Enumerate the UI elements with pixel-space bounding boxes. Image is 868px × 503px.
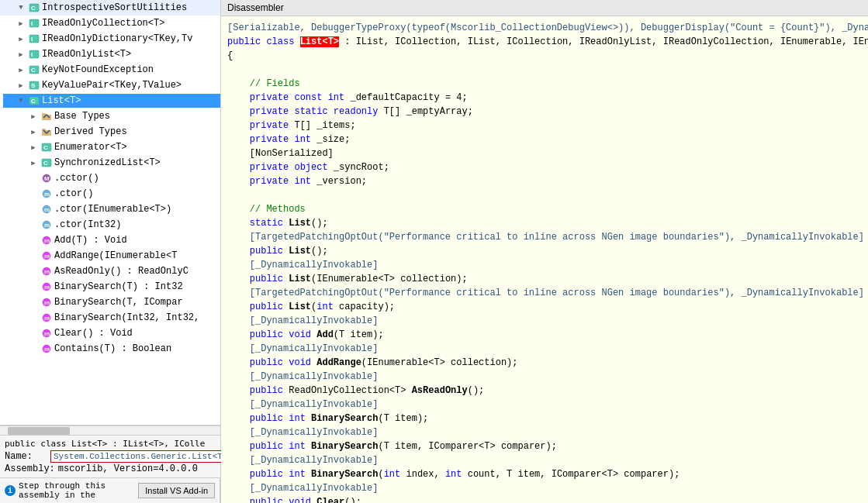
tree-item-keyvaluepair[interactable]: ▶SKeyValuePair<TKey,TValue> (0, 78, 220, 93)
svg-text:C: C (31, 98, 36, 105)
tree-item-text: AsReadOnly() : ReadOnlyC (54, 266, 188, 277)
tree-item-icon-class: C (40, 157, 53, 169)
code-line: // Fields (227, 77, 862, 91)
svg-text:C: C (43, 144, 48, 151)
tree-item-icon-struct: S (28, 79, 40, 91)
tree-item-icon-class: C (28, 2, 40, 14)
svg-text:C: C (31, 67, 36, 74)
code-line: [TargetedPatchingOptOut("Performance cri… (227, 286, 862, 300)
code-line: [NonSerialized] (227, 146, 862, 160)
tree-item-enumerator[interactable]: ▶CEnumerator<T> (0, 140, 220, 155)
collapse-icon[interactable]: ▼ (16, 2, 26, 13)
code-line (227, 188, 862, 202)
code-line: public void AddRange(IEnumerable<T> coll… (227, 356, 862, 370)
code-line: [_DynamicallyInvokable] (227, 370, 862, 384)
svg-text:C: C (43, 160, 48, 167)
tree-item-listT[interactable]: ▼CList<T> (0, 93, 220, 109)
expand-icon[interactable] (28, 328, 39, 339)
expand-icon[interactable]: ▶ (28, 142, 39, 153)
code-line: [_DynamicallyInvokable] (227, 398, 862, 412)
code-line: static List(); (227, 216, 862, 230)
tree-item-basetypes[interactable]: ▶Base Types (0, 109, 220, 124)
expand-icon[interactable]: ▶ (16, 18, 26, 29)
tree-item-ireadonlylist[interactable]: ▶IIReadOnlyList<T> (0, 47, 220, 62)
code-line: { (227, 49, 862, 63)
tree-item-add[interactable]: mAdd(T) : Void (0, 233, 220, 248)
tree-item-text: Clear() : Void (54, 328, 133, 339)
tree-item-ctor-int32[interactable]: m.ctor(Int32) (0, 217, 220, 233)
code-line: [_DynamicallyInvokable] (227, 481, 862, 495)
code-line: [_DynamicallyInvokable] (227, 425, 862, 439)
tree-item-text: SynchronizedList<T> (54, 157, 161, 168)
expand-icon[interactable]: ▶ (28, 157, 39, 168)
svg-text:M: M (44, 175, 50, 182)
expand-icon[interactable] (28, 235, 39, 246)
expand-icon[interactable]: ▶ (16, 80, 26, 91)
code-line: private int _size; (227, 133, 862, 146)
code-line: // Methods (227, 202, 862, 216)
info-panel: public class List<T> : IList<T>, IColle … (0, 435, 220, 477)
tree-item-icon-method-static: M (40, 172, 53, 184)
tree-item-icon-method: m (40, 188, 53, 200)
svg-text:m: m (44, 253, 50, 260)
expand-icon[interactable] (28, 250, 39, 261)
tree-item-keynotfound[interactable]: ▶CKeyNotFoundException (0, 62, 220, 78)
expand-icon[interactable] (28, 312, 39, 323)
tree-item-ctor-ienumerable[interactable]: m.ctor(IEnumerable<T>) (0, 202, 220, 217)
tree-item-cctor[interactable]: M.cctor() (0, 171, 220, 186)
tree-item-text: Base Types (54, 111, 110, 122)
tree-item-clear[interactable]: mClear() : Void (0, 326, 220, 341)
svg-text:S: S (31, 82, 36, 89)
tree-item-addrange[interactable]: mAddRange(IEnumerable<T (0, 248, 220, 264)
tree-view[interactable]: ▼CIntrospectiveSortUtilities▶IIReadOnlyC… (0, 0, 220, 425)
install-button[interactable]: Install VS Add-in (138, 483, 215, 498)
svg-text:m: m (44, 206, 50, 213)
tree-item-text: BinarySearch(T) : Int32 (54, 281, 183, 292)
expand-icon[interactable]: ▶ (16, 49, 26, 60)
tree-item-binarysearch2[interactable]: mBinarySearch(T, ICompar (0, 295, 220, 310)
code-line: public void Add(T item); (227, 328, 862, 342)
tree-item-text: BinarySearch(T, ICompar (54, 297, 183, 308)
expand-icon[interactable]: ▶ (16, 64, 26, 75)
tree-item-synchronizedlist[interactable]: ▶CSynchronizedList<T> (0, 155, 220, 171)
tree-horizontal-scrollbar[interactable] (0, 425, 220, 435)
code-line: private object _syncRoot; (227, 160, 862, 174)
tree-item-contains[interactable]: mContains(T) : Boolean (0, 341, 220, 357)
tree-item-derivedtypes[interactable]: ▶Derived Types (0, 124, 220, 140)
tree-item-text: IntrospectiveSortUtilities (42, 2, 187, 13)
tree-item-icon-method: m (40, 203, 53, 215)
code-line: [_DynamicallyInvokable] (227, 453, 862, 467)
tree-item-icon-class: C (28, 64, 40, 76)
expand-icon[interactable]: ▶ (28, 126, 39, 137)
tree-item-icon-interface: I (28, 17, 40, 29)
expand-icon[interactable]: ▶ (28, 111, 39, 122)
tree-item-introspective[interactable]: ▼CIntrospectiveSortUtilities (0, 0, 220, 16)
tree-item-icon-folder (40, 110, 53, 122)
expand-icon[interactable] (28, 204, 39, 215)
disassembler-content[interactable]: [Serializable, DebuggerTypeProxy(typeof(… (221, 16, 868, 503)
tree-item-text: Contains(T) : Boolean (54, 343, 171, 354)
expand-icon[interactable] (28, 266, 39, 277)
expand-icon[interactable] (28, 173, 39, 184)
tree-item-binarysearch1[interactable]: mBinarySearch(T) : Int32 (0, 279, 220, 295)
tree-item-binarysearch3[interactable]: mBinarySearch(Int32, Int32, (0, 310, 220, 326)
expand-icon[interactable] (28, 281, 39, 292)
expand-icon[interactable] (28, 343, 39, 354)
tree-item-ctor0[interactable]: m.ctor() (0, 186, 220, 202)
tree-item-icon-method-purple: m (40, 250, 53, 262)
expand-icon[interactable] (28, 219, 39, 230)
expand-icon[interactable]: ▶ (16, 33, 26, 44)
tree-item-ireadonlycollection[interactable]: ▶IIReadOnlyCollection<T> (0, 16, 220, 31)
expand-icon[interactable] (28, 188, 39, 199)
tree-item-text: IReadOnlyCollection<T> (42, 18, 164, 29)
tree-item-asreadonly[interactable]: mAsReadOnly() : ReadOnlyC (0, 264, 220, 279)
tree-item-ireadonlydictionary[interactable]: ▶IIReadOnlyDictionary<TKey,Tv (0, 31, 220, 47)
svg-text:m: m (44, 315, 50, 322)
code-line: public ReadOnlyCollection<T> AsReadOnly(… (227, 384, 862, 398)
code-line: public int BinarySearch(int index, int c… (227, 467, 862, 481)
expand-icon[interactable] (28, 297, 39, 308)
collapse-icon[interactable]: ▼ (16, 95, 26, 106)
tree-item-icon-method-purple: m (40, 327, 53, 339)
code-line: [TargetedPatchingOptOut("Performance cri… (227, 230, 862, 244)
svg-text:m: m (44, 284, 50, 291)
